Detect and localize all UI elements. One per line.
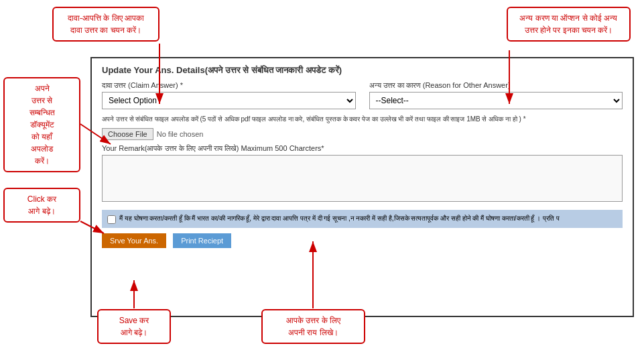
- other-answer-select[interactable]: --Select--: [369, 92, 623, 109]
- claim-answer-label: दावा उत्तर (Claim Answer) *: [102, 81, 356, 90]
- file-upload-description: अपने उत्तर से संबंधित फाइल अपलोड करें (5…: [102, 115, 623, 124]
- annotation-bottom-center: आपके उत्तर के लिए अपनी राय लिखे।: [261, 309, 365, 344]
- claim-answer-group: दावा उत्तर (Claim Answer) * Select Optio…: [102, 81, 356, 109]
- form-title: Update Your Ans. Details(अपने उत्तर से स…: [102, 65, 623, 76]
- claim-answer-select[interactable]: Select Option: [102, 92, 356, 109]
- declaration-row: मैं यह घोषणा करता/करती हूँ कि मैं भारत क…: [102, 210, 623, 228]
- file-upload-controls: Choose File No file chosen: [102, 128, 623, 140]
- form-panel: Update Your Ans. Details(अपने उत्तर से स…: [90, 57, 634, 317]
- other-answer-label: अन्य उत्तर का कारण (Reason for Other Ans…: [369, 81, 623, 90]
- annotation-left-top: अपने उत्तर से सम्बन्धित डॉक्यूमेंट को यह…: [3, 77, 80, 172]
- remark-label: Your Remark(आपके उत्तर के लिए अपनी राय ल…: [102, 144, 623, 153]
- annotation-top-left: दावा-आपत्ति के लिए आपका दावा उत्तर का चय…: [52, 7, 159, 42]
- no-file-label: No file chosen: [157, 130, 204, 138]
- print-button[interactable]: Print Reciept: [173, 233, 231, 248]
- declaration-checkbox[interactable]: [107, 215, 116, 224]
- declaration-text: मैं यह घोषणा करता/करती हूँ कि मैं भारत क…: [119, 214, 560, 223]
- form-row-selects: दावा उत्तर (Claim Answer) * Select Optio…: [102, 81, 623, 109]
- annotation-left-bottom: Click कर आगे बढ़े।: [3, 188, 80, 223]
- save-button[interactable]: Srve Your Ans.: [102, 233, 166, 248]
- button-row: Srve Your Ans. Print Reciept: [102, 233, 623, 248]
- choose-file-button[interactable]: Choose File: [102, 128, 153, 140]
- other-answer-group: अन्य उत्तर का कारण (Reason for Other Ans…: [369, 81, 623, 109]
- remark-textarea[interactable]: [102, 155, 623, 202]
- page-container: Update Your Ans. Details(अपने उत्तर से स…: [0, 0, 644, 354]
- annotation-bottom-left: Save कर आगे बढ़े।: [97, 309, 171, 344]
- annotation-top-right: अन्य करण या ऑप्शन से कोई अन्य उत्तर होने…: [507, 7, 631, 42]
